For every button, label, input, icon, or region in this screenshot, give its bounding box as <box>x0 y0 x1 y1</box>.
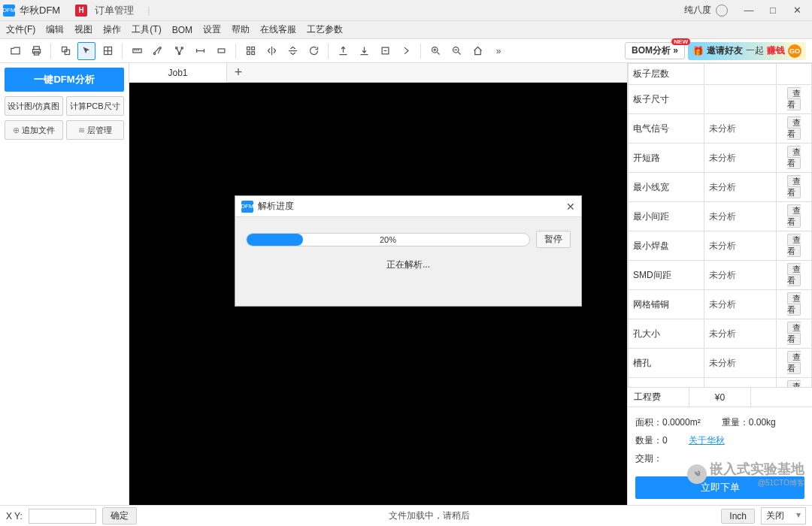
home-icon[interactable] <box>468 42 486 60</box>
prop-row: 电气信号未分析查看 <box>629 114 812 144</box>
download-icon[interactable] <box>355 42 373 60</box>
flip-h-icon[interactable] <box>262 42 280 60</box>
view-button[interactable]: 查看 <box>787 204 801 228</box>
prop-row: 板子层数 <box>629 64 812 85</box>
progress-dialog: DFM 解析进度 ✕ 20% 暂停 正在解析... <box>235 195 582 307</box>
menu-file[interactable]: 文件(F) <box>6 23 35 36</box>
view-button[interactable]: 查看 <box>787 146 801 169</box>
secondary-title[interactable]: 订单管理 <box>95 4 134 17</box>
view-button[interactable]: 查看 <box>787 116 801 140</box>
prop-key: 最小焊盘 <box>629 231 704 261</box>
next-icon[interactable] <box>397 42 415 60</box>
menu-support[interactable]: 在线客服 <box>260 23 296 36</box>
tab-add-button[interactable]: + <box>227 65 250 80</box>
prop-row: 网格铺铜未分析查看 <box>629 290 812 319</box>
more-icon[interactable]: » <box>489 42 508 60</box>
layer-icon[interactable] <box>56 42 74 60</box>
prop-key: SMD间距 <box>629 261 704 290</box>
prop-key: 网格铺铜 <box>629 290 704 319</box>
left-panel: 一键DFM分析 设计图/仿真图 计算PCB尺寸 ⊕追加文件 ≋层管理 <box>0 63 129 505</box>
menu-tools[interactable]: 工具(T) <box>132 23 161 36</box>
svg-rect-14 <box>251 47 254 50</box>
view-button[interactable]: 查看 <box>787 175 801 198</box>
menu-edit[interactable]: 编辑 <box>46 23 64 36</box>
maximize-button[interactable]: □ <box>761 0 785 21</box>
status-message: 文件加载中，请稍后 <box>143 509 716 522</box>
promo-banner[interactable]: 🎁 邀请好友 一起 赚钱 GO <box>688 42 806 60</box>
prop-value: 未分析 <box>704 114 776 144</box>
view-button[interactable]: 查看 <box>787 87 801 110</box>
rotate-icon[interactable] <box>304 42 323 60</box>
user-cluster[interactable]: 纯八度 <box>684 4 728 17</box>
app-icon: DFM <box>3 5 15 17</box>
dialog-title: 解析进度 <box>258 200 566 213</box>
prop-key: 槽孔 <box>629 349 704 378</box>
unit-button[interactable]: Inch <box>721 509 755 524</box>
design-sim-button[interactable]: 设计图/仿真图 <box>5 96 63 116</box>
svg-rect-16 <box>251 52 254 55</box>
xy-input[interactable] <box>29 509 96 524</box>
print-icon[interactable] <box>27 42 45 60</box>
progress-bar: 20% <box>246 233 530 246</box>
delivery-label: 交期： <box>635 449 662 467</box>
measure-icon[interactable] <box>128 42 146 60</box>
zoom-select[interactable]: 关闭 ▾ <box>761 507 806 524</box>
flip-v-icon[interactable] <box>283 42 301 60</box>
layer-manage-button[interactable]: ≋层管理 <box>66 120 125 140</box>
prop-value <box>704 64 776 85</box>
prop-key: 板子尺寸 <box>629 85 704 114</box>
prop-key: 板子层数 <box>629 64 704 85</box>
prop-key: 最小线宽 <box>629 173 704 202</box>
zoom-out-icon[interactable] <box>447 42 465 60</box>
calc-pcb-button[interactable]: 计算PCB尺寸 <box>66 96 125 116</box>
menu-process[interactable]: 工艺参数 <box>307 23 343 36</box>
cost-label: 工程费 <box>628 388 689 407</box>
prop-row: 最小间距未分析查看 <box>629 202 812 231</box>
dfm-analysis-button[interactable]: 一键DFM分析 <box>5 68 124 92</box>
open-icon[interactable] <box>6 42 24 60</box>
progress-text: 20% <box>247 234 529 246</box>
area-value: 0.0000m² <box>662 417 701 428</box>
view-button[interactable]: 查看 <box>787 292 801 316</box>
upload-icon[interactable] <box>334 42 352 60</box>
align-icon[interactable] <box>241 42 259 60</box>
prop-value: 未分析 <box>704 290 776 319</box>
dim-icon[interactable] <box>191 42 209 60</box>
rect-icon[interactable] <box>212 42 230 60</box>
view-button[interactable]: 查看 <box>787 322 801 345</box>
user-icon <box>716 5 728 17</box>
tab-job1[interactable]: Job1 <box>129 63 227 83</box>
menu-view[interactable]: 视图 <box>74 23 92 36</box>
prop-value: 未分析 <box>704 202 776 231</box>
about-link[interactable]: 关于华秋 <box>689 431 725 449</box>
view-button[interactable]: 查看 <box>787 263 801 286</box>
route-icon[interactable] <box>149 42 167 60</box>
prop-key: 开短路 <box>629 144 704 173</box>
view-button[interactable]: 查看 <box>787 234 801 257</box>
grid-icon[interactable] <box>98 42 117 60</box>
prop-value <box>704 85 776 114</box>
prop-value: 未分析 <box>704 261 776 290</box>
zoom-in-icon[interactable] <box>426 42 444 60</box>
menu-operate[interactable]: 操作 <box>103 23 121 36</box>
net-icon[interactable] <box>170 42 188 60</box>
prop-value: 未分析 <box>704 319 776 349</box>
select-icon[interactable] <box>77 42 95 60</box>
dialog-close-button[interactable]: ✕ <box>566 201 575 213</box>
minimize-button[interactable]: — <box>737 0 761 21</box>
watermark: ༄ 嵌入式实验基地 @51CTO博客 <box>687 460 804 488</box>
expand-icon[interactable] <box>376 42 394 60</box>
prop-value: 未分析 <box>704 349 776 378</box>
menu-settings[interactable]: 设置 <box>203 23 221 36</box>
confirm-button[interactable]: 确定 <box>102 507 137 524</box>
pause-button[interactable]: 暂停 <box>536 231 571 248</box>
view-button[interactable]: 查看 <box>787 380 801 388</box>
menu-help[interactable]: 帮助 <box>232 23 250 36</box>
menu-bom[interactable]: BOM <box>172 25 192 35</box>
bom-analysis-button[interactable]: BOM分析 » NEW <box>625 42 685 59</box>
h-icon: H <box>75 5 87 17</box>
close-button[interactable]: ✕ <box>785 0 809 21</box>
svg-rect-15 <box>247 52 250 55</box>
add-file-button[interactable]: ⊕追加文件 <box>5 120 63 140</box>
view-button[interactable]: 查看 <box>787 351 801 374</box>
